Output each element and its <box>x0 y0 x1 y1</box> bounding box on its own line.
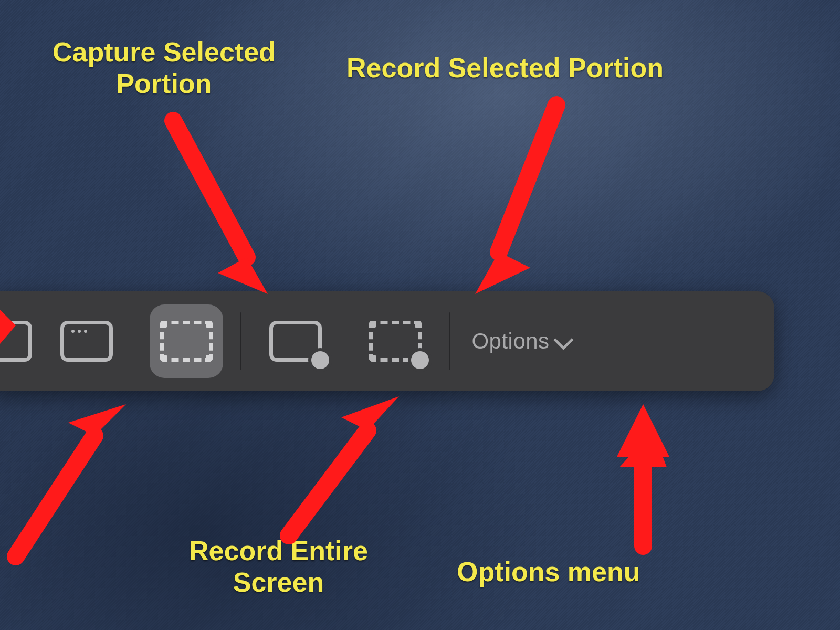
annotation-record-selected-portion: Record Selected Portion <box>346 52 664 84</box>
capture-selected-portion-button[interactable] <box>150 304 223 378</box>
screenshot-toolbar: Options <box>0 291 774 391</box>
toolbar-divider <box>449 312 450 370</box>
options-label: Options <box>471 329 549 354</box>
capture-window-button[interactable] <box>50 304 123 378</box>
capture-entire-screen-button[interactable] <box>0 304 33 378</box>
record-entire-screen-button[interactable] <box>259 304 332 378</box>
chevron-down-icon <box>553 330 573 350</box>
annotation-capture-selected-portion: Capture Selected Portion <box>52 37 276 100</box>
annotation-record-entire-screen: Record Entire Screen <box>189 536 368 598</box>
toolbar-divider <box>240 312 242 370</box>
selection-record-icon <box>369 321 422 362</box>
screen-record-icon <box>269 321 322 362</box>
screen-icon <box>0 321 32 362</box>
selection-icon <box>160 321 213 362</box>
options-menu-button[interactable]: Options <box>471 329 569 354</box>
window-icon <box>60 321 113 362</box>
record-selected-portion-button[interactable] <box>359 304 432 378</box>
annotation-options-menu: Options menu <box>457 556 640 588</box>
